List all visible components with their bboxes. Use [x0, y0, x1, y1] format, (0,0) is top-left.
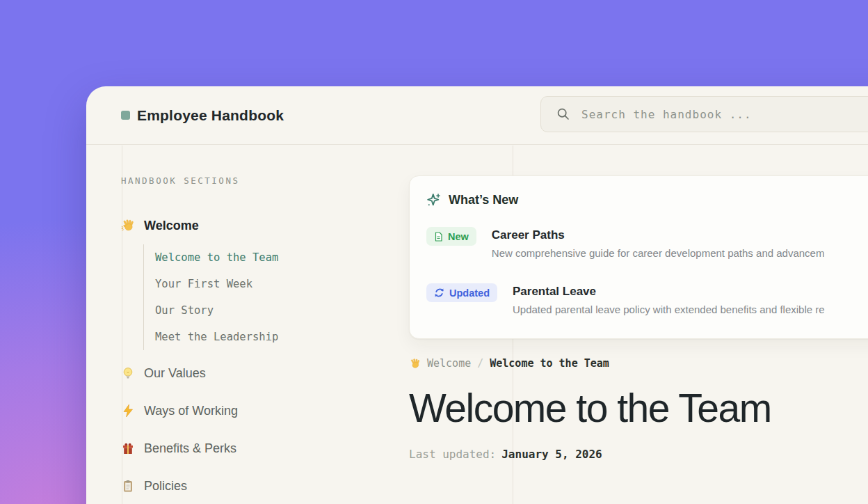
whats-new-item-texts: Career Paths New comprehensive guide for… [492, 227, 825, 261]
sidebar-item-policies[interactable]: Policies [121, 475, 399, 496]
sidebar-item-welcome[interactable]: Welcome [121, 215, 399, 236]
updated-badge: Updated [426, 283, 497, 302]
whats-new-item-description: Updated parental leave policy with exten… [513, 301, 825, 317]
breadcrumb-current-page: Welcome to the Team [490, 357, 609, 370]
whats-new-card: What’s New New Career Paths New comprehe… [409, 175, 868, 339]
sidebar-item-label: Our Values [144, 366, 206, 381]
whats-new-item-title: Career Paths [492, 227, 825, 243]
logo-square-icon [121, 111, 130, 120]
sidebar-subitem-your-first-week[interactable]: Your First Week [155, 271, 399, 297]
light-bulb-icon [121, 366, 135, 380]
handbook-window: Employee Handbook HANDBOOK SECTIONS [86, 86, 868, 504]
search-box[interactable] [540, 96, 868, 132]
sidebar-item-label: Welcome [144, 219, 199, 233]
breadcrumb: Welcome / Welcome to the Team [409, 357, 868, 370]
last-updated: Last updated:January 5, 2026 [409, 448, 868, 461]
sidebar-item-our-values[interactable]: Our Values [121, 363, 399, 384]
sidebar-item-ways-of-working[interactable]: Ways of Working [121, 400, 399, 421]
whats-new-header: What’s New [426, 193, 868, 207]
sidebar-item-label: Ways of Working [144, 404, 238, 418]
badge-label: Updated [449, 288, 490, 299]
sidebar-item-benefits-perks[interactable]: Benefits & Perks [121, 438, 399, 459]
new-badge: New [426, 227, 476, 246]
document-icon [434, 232, 443, 242]
clipboard-icon [121, 479, 135, 493]
sparkle-icon [426, 193, 441, 207]
whats-new-item-parental-leave[interactable]: Updated Parental Leave Updated parental … [426, 283, 868, 317]
sidebar-item-label: Policies [144, 479, 187, 494]
refresh-icon [434, 288, 444, 298]
app-brand: Employee Handbook [121, 107, 284, 124]
app-header: Employee Handbook [86, 86, 868, 145]
sidebar-subitem-meet-the-leadership[interactable]: Meet the Leadership [155, 324, 399, 350]
whats-new-title: What’s New [449, 193, 518, 207]
whats-new-item-texts: Parental Leave Updated parental leave po… [513, 283, 825, 317]
whats-new-item-career-paths[interactable]: New Career Paths New comprehensive guide… [426, 227, 868, 261]
last-updated-value: January 5, 2026 [501, 448, 602, 461]
waving-hand-icon [409, 358, 421, 370]
badge-label: New [448, 231, 469, 242]
sidebar-section-label: HANDBOOK SECTIONS [121, 175, 399, 186]
last-updated-label: Last updated: [409, 448, 496, 461]
main-content: What’s New New Career Paths New comprehe… [409, 175, 868, 461]
breadcrumb-section[interactable]: Welcome [427, 357, 471, 370]
whats-new-item-description: New comprehensive guide for career devel… [492, 245, 825, 261]
lightning-bolt-icon [121, 404, 135, 418]
sidebar-sublist-welcome: Welcome to the Team Your First Week Our … [143, 244, 399, 350]
whats-new-item-title: Parental Leave [513, 283, 825, 299]
page-title: Welcome to the Team [409, 386, 868, 430]
waving-hand-icon [121, 219, 135, 233]
search-icon [556, 107, 570, 121]
sidebar-item-label: Benefits & Perks [144, 441, 236, 456]
sidebar: HANDBOOK SECTIONS Welcome Welcome to the… [121, 175, 399, 496]
search-input[interactable] [581, 108, 868, 121]
gift-icon [121, 441, 135, 455]
sidebar-subitem-welcome-to-the-team[interactable]: Welcome to the Team [155, 244, 399, 271]
sidebar-subitem-our-story[interactable]: Our Story [155, 297, 399, 324]
breadcrumb-separator: / [477, 357, 483, 370]
app-title: Employee Handbook [137, 107, 284, 124]
